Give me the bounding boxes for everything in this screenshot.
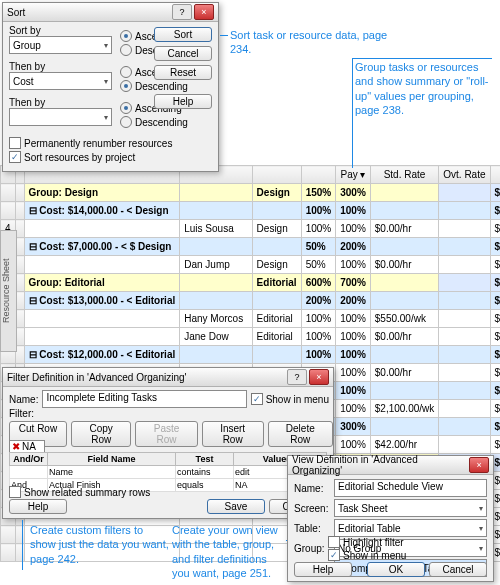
- chevron-down-icon: ▾: [104, 113, 108, 122]
- sort-title: Sort: [7, 7, 25, 18]
- callout-view: Create your own view with the table, gro…: [172, 523, 287, 580]
- save-button[interactable]: Save: [207, 499, 265, 514]
- grid-row[interactable]: ⊟ Cost: $13,000.00 - < Editorial200%200%…: [1, 292, 501, 310]
- thenby-value: Cost: [13, 76, 34, 87]
- table-dropdown[interactable]: Editorial Table▾: [334, 519, 487, 537]
- sheet-tab[interactable]: Resource Sheet: [0, 230, 17, 352]
- grid-header[interactable]: [252, 166, 301, 184]
- close-icon[interactable]: ×: [469, 457, 489, 473]
- help-button[interactable]: Help: [9, 499, 67, 514]
- view-name-input[interactable]: Editorial Schedule View: [334, 479, 487, 497]
- close-icon[interactable]: ×: [309, 369, 329, 385]
- reset-button[interactable]: Reset: [154, 65, 212, 80]
- sort-by-label: Sort by: [9, 25, 112, 36]
- cancel-button[interactable]: Cancel: [429, 562, 487, 577]
- help-icon[interactable]: ?: [172, 4, 192, 20]
- grid-row[interactable]: 5Hany MorcosEditorial100%100%$550.00/wk$…: [1, 310, 501, 328]
- sort-dialog: Sort ? × Sort by Group ▾ Ascending Desce…: [2, 2, 219, 172]
- chevron-down-icon: ▾: [479, 524, 483, 533]
- sort-button[interactable]: Sort: [154, 27, 212, 42]
- callout-sort: Sort task or resource data, page 234.: [230, 28, 390, 57]
- filter-dialog: Filter Definition in 'Advanced Organizin…: [2, 367, 334, 519]
- grid-row[interactable]: Dan JumpDesign50%100%$0.00/hr$7,134.7594…: [1, 256, 501, 274]
- highlight-filter-check[interactable]: Highlight filter: [328, 536, 406, 548]
- grid-header[interactable]: Ovt. Rate: [439, 166, 490, 184]
- grid-row[interactable]: 6Jane DowEditorial100%100%$0.00/hr$13,13…: [1, 328, 501, 346]
- grid-header[interactable]: Cost: [490, 166, 500, 184]
- grid-row[interactable]: Group: DesignDesign150%300%$21,134.75294…: [1, 184, 501, 202]
- show-in-menu-check[interactable]: [251, 393, 263, 405]
- x-icon[interactable]: ✖: [12, 441, 20, 452]
- thenby-dropdown[interactable]: Cost ▾: [9, 72, 112, 90]
- view-title: View Definition in 'Advanced Organizing': [292, 454, 467, 476]
- help-icon[interactable]: ?: [287, 369, 307, 385]
- chevron-down-icon: ▾: [479, 544, 483, 553]
- thenby2-label: Then by: [9, 97, 112, 108]
- grid-header[interactable]: Std. Rate: [370, 166, 439, 184]
- thenby2-desc-radio[interactable]: Descending: [120, 116, 188, 128]
- col-andor: And/Or: [10, 453, 48, 466]
- sort-by-value: Group: [13, 40, 41, 51]
- col-test: Test: [176, 453, 234, 466]
- sort-titlebar: Sort ? ×: [3, 3, 218, 22]
- help-button[interactable]: Help: [154, 94, 212, 109]
- grid-row[interactable]: ⊟ Cost: $14,000.00 - < Design100%100%$14…: [1, 202, 501, 220]
- filter-name-input[interactable]: Incomplete Editing Tasks: [42, 390, 246, 408]
- view-dialog: View Definition in 'Advanced Organizing'…: [287, 455, 494, 582]
- callout-filter: Create custom filters to show just the d…: [30, 523, 170, 566]
- chevron-down-icon: ▾: [104, 41, 108, 50]
- grid-row[interactable]: ⊟ Cost: $7,000.00 - < $ Design50%200%$7,…: [1, 238, 501, 256]
- close-icon[interactable]: ×: [194, 4, 214, 20]
- grid-header[interactable]: Pay ▾: [336, 166, 371, 184]
- name-label: Name:: [9, 394, 38, 405]
- sort-by-project-check[interactable]: Sort resources by project: [9, 151, 135, 163]
- screen-dropdown[interactable]: Task Sheet▾: [334, 499, 487, 517]
- filter-titlebar: Filter Definition in 'Advanced Organizin…: [3, 368, 333, 387]
- show-summary-check[interactable]: Show related summary rows: [9, 486, 150, 498]
- callout-group: Group tasks or resources and show summar…: [355, 60, 495, 117]
- grid-header[interactable]: [301, 166, 336, 184]
- sort-by-dropdown[interactable]: Group ▾: [9, 36, 112, 54]
- view-titlebar: View Definition in 'Advanced Organizing'…: [288, 456, 493, 475]
- help-button[interactable]: Help: [294, 562, 352, 577]
- thenby2-dropdown[interactable]: ▾: [9, 108, 112, 126]
- na-box: NA: [22, 441, 36, 452]
- perm-renumber-check[interactable]: Permanently renumber resources: [9, 137, 172, 149]
- show-in-menu-check[interactable]: Show in menu: [328, 549, 406, 561]
- chevron-down-icon: ▾: [479, 504, 483, 513]
- ok-button[interactable]: OK: [367, 562, 425, 577]
- grid-row[interactable]: ⊟ Cost: $12,000.00 - < Editorial100%100%…: [1, 346, 501, 364]
- grid-row[interactable]: 4Luis SousaDesign100%100%$0.00/hr$14,000…: [1, 220, 501, 238]
- filter-label: Filter:: [9, 408, 34, 419]
- chevron-down-icon: ▾: [104, 77, 108, 86]
- thenby-label: Then by: [9, 61, 112, 72]
- cancel-button[interactable]: Cancel: [154, 46, 212, 61]
- filter-title: Filter Definition in 'Advanced Organizin…: [7, 372, 186, 383]
- grid-row[interactable]: Group: EditorialEditorial600%700%$56,197…: [1, 274, 501, 292]
- filter-row[interactable]: Name contains edit: [10, 466, 327, 479]
- col-field: Field Name: [48, 453, 176, 466]
